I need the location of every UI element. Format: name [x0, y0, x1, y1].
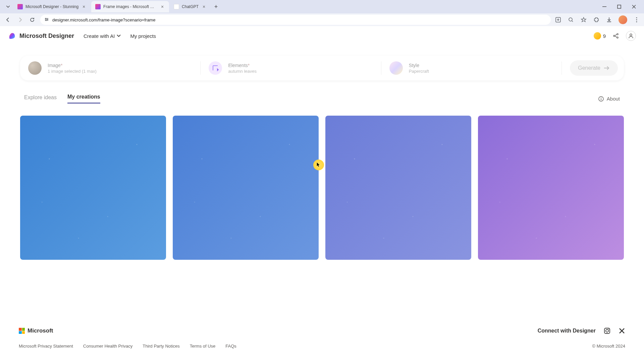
credits-badge[interactable]: 9: [594, 32, 606, 40]
arrow-right-icon: [604, 66, 610, 70]
extensions-icon[interactable]: [593, 16, 600, 23]
maximize-icon[interactable]: [616, 3, 623, 10]
footer-link[interactable]: Terms of Use: [190, 344, 216, 349]
svg-point-10: [613, 35, 615, 37]
generate-button[interactable]: Generate: [570, 60, 618, 76]
browser-tab-active[interactable]: Frame images - Microsoft Desi ×: [91, 1, 169, 12]
style-input-subtitle: Papercraft: [409, 69, 429, 74]
svg-point-14: [217, 69, 218, 70]
svg-point-12: [617, 37, 618, 38]
svg-point-16: [601, 98, 601, 98]
elements-input-title: Elements*: [228, 63, 257, 68]
creations-grid: [0, 104, 644, 260]
creation-card[interactable]: [478, 116, 624, 260]
svg-point-3: [47, 19, 48, 20]
image-input-title: Image*: [48, 63, 97, 68]
microsoft-brand[interactable]: Microsoft: [19, 327, 53, 334]
tab-title: Microsoft Designer - Stunning: [25, 4, 78, 9]
install-icon[interactable]: [555, 16, 561, 23]
copyright-text: © Microsoft 2024: [592, 344, 625, 349]
my-projects-link[interactable]: My projects: [130, 33, 156, 39]
svg-point-19: [608, 329, 609, 329]
footer-link[interactable]: Consumer Health Privacy: [83, 344, 132, 349]
elements-input-section[interactable]: Elements* autumn leaves: [209, 61, 381, 75]
app-header: Microsoft Designer Create with AI My pro…: [0, 26, 644, 46]
address-bar[interactable]: designer.microsoft.com/frame-image?scena…: [40, 15, 551, 25]
tab-my-creations[interactable]: My creations: [67, 94, 100, 104]
favicon: [95, 4, 101, 9]
page-content: Microsoft Designer Create with AI My pro…: [0, 26, 644, 362]
share-icon[interactable]: [612, 33, 619, 39]
window-controls: [601, 3, 641, 10]
info-icon: [598, 96, 604, 102]
svg-point-4: [46, 20, 47, 21]
close-icon[interactable]: ×: [201, 4, 207, 9]
zoom-icon[interactable]: [568, 16, 574, 23]
chevron-down-icon: [117, 35, 121, 37]
footer-link[interactable]: Microsoft Privacy Statement: [19, 344, 73, 349]
svg-point-2: [45, 18, 46, 19]
tab-title: Frame images - Microsoft Desi: [103, 4, 157, 9]
close-window-icon[interactable]: [631, 3, 637, 10]
svg-point-8: [636, 19, 637, 20]
minimize-icon[interactable]: [601, 3, 608, 10]
image-thumbnail: [28, 61, 42, 75]
style-input-section[interactable]: Style Papercraft: [389, 61, 562, 75]
browser-titlebar: Microsoft Designer - Stunning × Frame im…: [0, 0, 644, 13]
tab-search-dropdown[interactable]: [5, 4, 11, 9]
new-tab-button[interactable]: +: [211, 2, 221, 11]
menu-icon[interactable]: [633, 16, 640, 23]
footer-link[interactable]: Third Party Notices: [143, 344, 180, 349]
footer-link[interactable]: FAQs: [225, 344, 236, 349]
creation-card[interactable]: [325, 116, 471, 260]
downloads-icon[interactable]: [606, 16, 612, 23]
svg-rect-0: [602, 6, 606, 7]
elements-icon: [209, 61, 222, 75]
instagram-icon[interactable]: [604, 327, 610, 334]
favicon: [17, 4, 23, 9]
site-settings-icon[interactable]: [44, 17, 50, 22]
svg-point-6: [569, 18, 572, 21]
style-thumbnail: [389, 61, 403, 75]
reload-button[interactable]: [28, 16, 36, 24]
svg-rect-1: [618, 5, 621, 8]
browser-tab[interactable]: ChatGPT ×: [170, 1, 211, 12]
close-icon[interactable]: ×: [81, 4, 87, 9]
generation-input-bar: Image* 1 image selected (1 max) Elements…: [20, 56, 624, 80]
browser-toolbar: designer.microsoft.com/frame-image?scena…: [0, 13, 644, 26]
image-input-section[interactable]: Image* 1 image selected (1 max): [28, 61, 201, 75]
profile-avatar[interactable]: [619, 15, 627, 24]
forward-button[interactable]: [16, 16, 24, 24]
bookmark-icon[interactable]: [580, 16, 587, 23]
account-icon[interactable]: [626, 31, 636, 41]
image-input-subtitle: 1 image selected (1 max): [48, 69, 97, 74]
close-icon[interactable]: ×: [160, 4, 165, 9]
svg-point-9: [636, 21, 637, 22]
browser-tab[interactable]: Microsoft Designer - Stunning ×: [13, 1, 91, 12]
creation-card[interactable]: [20, 116, 166, 260]
back-button[interactable]: [4, 16, 12, 24]
create-with-ai-menu[interactable]: Create with AI: [84, 33, 121, 39]
about-link[interactable]: About: [598, 96, 620, 102]
content-tabs: Explore ideas My creations About: [0, 80, 644, 104]
tab-explore-ideas[interactable]: Explore ideas: [24, 95, 57, 103]
svg-point-7: [636, 17, 637, 18]
svg-point-11: [617, 34, 618, 35]
connect-label: Connect with Designer: [538, 328, 596, 334]
brand-title[interactable]: Microsoft Designer: [19, 33, 74, 40]
credits-count: 9: [603, 33, 606, 39]
svg-point-13: [630, 34, 632, 36]
x-twitter-icon[interactable]: [619, 327, 625, 334]
svg-point-18: [606, 329, 608, 332]
designer-logo-icon: [8, 32, 16, 40]
url-text: designer.microsoft.com/frame-image?scena…: [52, 17, 155, 22]
page-footer: Microsoft Connect with Designer Microsof…: [0, 321, 644, 362]
tab-title: ChatGPT: [182, 4, 199, 9]
elements-input-subtitle: autumn leaves: [228, 69, 257, 74]
coin-icon: [594, 32, 601, 40]
favicon: [174, 4, 179, 9]
style-input-title: Style: [409, 63, 429, 68]
microsoft-logo-icon: [19, 328, 25, 334]
creation-card[interactable]: [173, 116, 319, 260]
